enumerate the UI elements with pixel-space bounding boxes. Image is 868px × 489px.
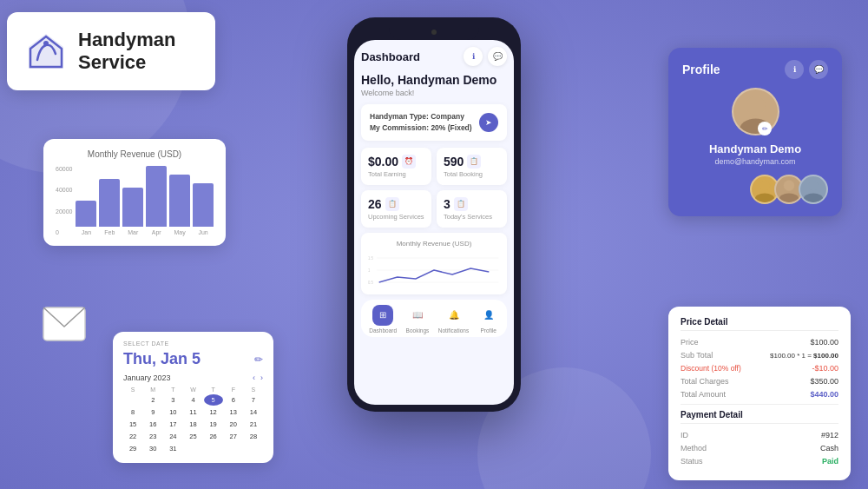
profile-edit-badge[interactable]: ✏ [758,122,772,135]
bar-col-apr: Apr [146,166,167,235]
svg-point-16 [808,180,819,190]
nav-notifications[interactable]: 🔔 Notifications [438,305,469,334]
phone-info-action-btn[interactable]: ➤ [479,113,498,132]
cal-next-btn[interactable]: › [260,373,263,382]
payment-row-status: Status Paid [681,457,838,466]
profile-avatar [732,88,779,135]
envelope-icon [42,306,87,346]
phone-dashboard-title: Dashboard [361,50,420,63]
logo-icon [24,30,68,73]
stat-total-earning: $0.00 ⏰ Total Earning [361,148,431,185]
phone-info-text: Handyman Type: Company My Commission: 20… [370,111,472,134]
bar-col-may: May [169,175,190,235]
dashboard-nav-icon: ⊞ [372,305,393,326]
bar-col-jun: Jun [193,183,214,235]
svg-point-17 [804,193,824,204]
phone-header-icons: ℹ 💬 [464,47,507,66]
phone-content: Dashboard ℹ 💬 Hello, Handyman Demo Welco… [354,40,514,344]
sub-avatar-3 [799,175,828,204]
bar-col-mar: Mar [122,188,143,235]
payment-row-method: Method Cash [681,444,838,453]
svg-point-2 [43,41,49,46]
calendar-card: SELECT DATE Thu, Jan 5 ✏ January 2023 ‹ … [113,332,273,463]
phone-mini-chart: Monthly Revenue (USD) 1.5 1 0.5 [361,233,507,294]
price-row-subtotal: Sub Total $100.00 * 1 = $100.00 [681,351,838,360]
profile-card-header: Profile ℹ 💬 [682,60,828,79]
phone-notch [389,24,479,40]
chat-icon-btn[interactable]: 💬 [488,47,507,66]
phone-topbar: Dashboard ℹ 💬 [361,47,507,66]
bar-chart: Jan Feb Mar Apr May Jun [76,166,214,235]
cal-prev-btn[interactable]: ‹ [253,373,255,382]
profile-card: Profile ℹ 💬 ✏ Handyman Demo demo@handyma… [668,48,842,216]
booking-icon: 📋 [467,155,481,169]
logo-card: Handyman Service [7,12,215,90]
svg-point-14 [784,180,794,190]
upcoming-icon: 📋 [385,197,399,211]
stat-today: 3 📋 Today's Services [437,190,507,228]
nav-dashboard[interactable]: ⊞ Dashboard [369,305,397,334]
phone-welcome: Welcome back! [361,89,507,97]
nav-profile[interactable]: 👤 Profile [478,305,499,334]
bookings-nav-icon: 📖 [407,305,428,326]
stat-total-booking: 590 📋 Total Booking [437,148,507,185]
chart-y-labels: 60000 40000 20000 0 [56,166,72,235]
svg-text:1: 1 [368,268,371,272]
bar-col-jan: Jan [76,201,96,235]
svg-text:0.5: 0.5 [368,280,373,284]
price-row-discount: Discount (10% off) -$10.00 [681,364,838,373]
cal-date-display: Thu, Jan 5 [123,350,201,368]
chart-title: Monthly Revenue (USD) [56,149,214,159]
info-icon-btn[interactable]: ℹ [464,47,483,66]
phone-chart-title: Monthly Revenue (USD) [368,240,500,248]
profile-chat-btn[interactable]: 💬 [809,60,828,79]
chart-card: Monthly Revenue (USD) 60000 40000 20000 … [43,139,226,246]
cal-month-nav: January 2023 ‹ › [123,373,263,382]
phone-screen: Dashboard ℹ 💬 Hello, Handyman Demo Welco… [354,40,514,405]
cal-header: Thu, Jan 5 ✏ [123,350,263,368]
svg-point-15 [779,193,799,204]
phone-stats-grid: $0.00 ⏰ Total Earning 590 📋 Total Bookin… [361,148,507,228]
earning-icon: ⏰ [402,155,416,169]
mini-chart-area: 1.5 1 0.5 [368,253,500,287]
payment-section-title: Payment Detail [681,410,838,424]
svg-marker-0 [29,34,63,69]
price-row-total-amount: Total Amount $440.00 [681,390,838,399]
payment-row-id: ID #912 [681,431,838,439]
cal-edit-icon[interactable]: ✏ [254,354,263,366]
profile-nav-icon: 👤 [478,305,499,326]
stat-upcoming: 26 📋 Upcoming Services [361,190,431,228]
price-row-total-charges: Total Charges $350.00 [681,377,838,386]
profile-card-icons: ℹ 💬 [785,60,828,79]
phone-info-box: Handyman Type: Company My Commission: 20… [361,104,507,141]
nav-bookings[interactable]: 📖 Bookings [406,305,430,334]
bar-col-feb: Feb [99,179,120,235]
cal-grid: S M T W T F S 2 3 4 5 6 7 8 9 10 11 12 1… [123,386,263,454]
svg-point-12 [760,180,770,190]
svg-text:1.5: 1.5 [368,255,373,260]
notifications-nav-icon: 🔔 [444,305,464,326]
price-row-price: Price $100.00 [681,338,838,347]
price-detail-card: Price Detail Price $100.00 Sub Total $10… [668,307,851,480]
profile-name: Handyman Demo [682,142,828,155]
logo-text: Handyman Service [78,29,175,75]
svg-point-10 [746,96,765,115]
price-divider [681,404,838,405]
profile-info-btn[interactable]: ℹ [785,60,804,79]
phone-body: Dashboard ℹ 💬 Hello, Handyman Demo Welco… [347,17,521,412]
profile-card-title: Profile [682,63,720,76]
svg-point-13 [755,193,775,204]
price-section-title: Price Detail [681,317,838,331]
profile-avatar-wrap: ✏ [682,88,828,135]
profile-sub-avatars [682,175,828,204]
phone-nav: ⊞ Dashboard 📖 Bookings 🔔 Notifications 👤… [361,300,507,337]
phone-mockup: Dashboard ℹ 💬 Hello, Handyman Demo Welco… [347,17,521,412]
phone-greeting: Hello, Handyman Demo [361,73,507,87]
profile-email: demo@handyman.com [682,157,828,166]
today-icon: 📋 [454,197,468,211]
notch-dot [431,30,437,35]
cal-select-date-label: SELECT DATE [123,340,263,347]
